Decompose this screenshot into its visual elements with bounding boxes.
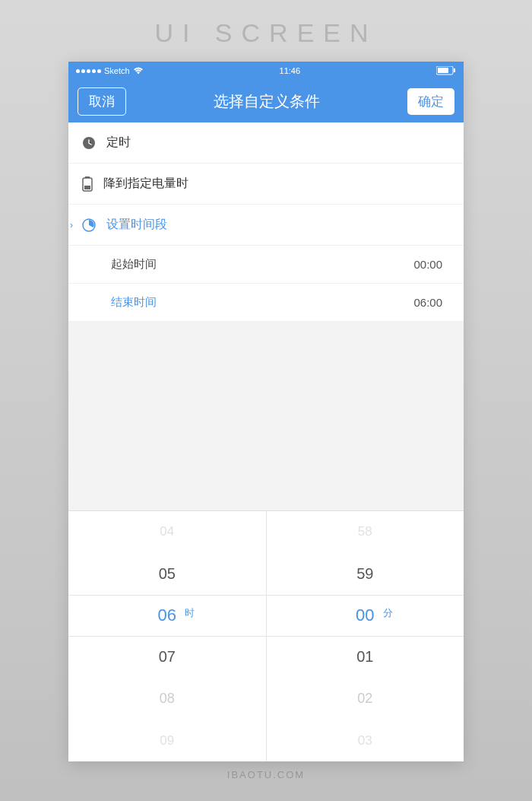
footer-label: IBAOTU.COM	[227, 761, 305, 780]
nav-title: 选择自定义条件	[214, 91, 320, 112]
phone-frame: Sketch 11:46 取消 选择自定义条件 确定 定时 降到指定电量时 › …	[68, 62, 464, 761]
svg-rect-2	[454, 68, 455, 72]
minute-unit: 分	[383, 606, 393, 620]
battery-icon	[436, 66, 456, 75]
time-period-icon	[82, 218, 96, 232]
option-label: 设置时间段	[106, 217, 167, 233]
time-picker[interactable]: 04 05 06 时 07 08 09 58 59 00 分 01 02 03	[68, 510, 464, 761]
page-header: UI SCREEN	[154, 0, 377, 62]
signal-dots-icon	[76, 69, 101, 73]
picker-item[interactable]: 04	[68, 511, 266, 553]
start-time-row[interactable]: 起始时间 00:00	[68, 246, 464, 284]
clock-label: 11:46	[280, 66, 301, 75]
battery-level-icon	[82, 176, 93, 192]
option-label: 降到指定电量时	[103, 176, 188, 192]
clock-icon	[82, 136, 96, 150]
picker-item-selected[interactable]: 00 分	[267, 595, 464, 637]
option-label: 定时	[106, 135, 131, 151]
end-time-label: 结束时间	[111, 295, 157, 310]
svg-rect-6	[84, 186, 90, 189]
status-bar: Sketch 11:46	[68, 62, 464, 80]
end-time-value: 06:00	[413, 296, 442, 309]
wifi-icon	[133, 67, 144, 75]
end-time-row[interactable]: 结束时间 06:00	[68, 284, 464, 322]
picker-item[interactable]: 09	[68, 720, 266, 761]
picker-item-selected[interactable]: 06 时	[68, 595, 266, 637]
chevron-right-icon: ›	[70, 220, 73, 230]
option-time-period[interactable]: › 设置时间段	[68, 205, 464, 246]
hour-column[interactable]: 04 05 06 时 07 08 09	[68, 511, 266, 761]
cancel-button[interactable]: 取消	[78, 87, 126, 116]
picker-item[interactable]: 02	[267, 678, 464, 720]
picker-item[interactable]: 58	[267, 511, 464, 553]
start-time-value: 00:00	[413, 258, 442, 271]
options-list: 定时 降到指定电量时 › 设置时间段 起始时间 00:00 结束时间 06:00	[68, 122, 464, 322]
option-battery[interactable]: 降到指定电量时	[68, 164, 464, 205]
confirm-button[interactable]: 确定	[407, 88, 454, 115]
content-spacer	[68, 322, 464, 510]
picker-item[interactable]: 59	[267, 553, 464, 595]
picker-item[interactable]: 03	[267, 720, 464, 761]
picker-item[interactable]: 08	[68, 678, 266, 720]
nav-bar: 取消 选择自定义条件 确定	[68, 80, 464, 122]
option-timer[interactable]: 定时	[68, 122, 464, 164]
svg-rect-1	[438, 68, 448, 73]
minute-column[interactable]: 58 59 00 分 01 02 03	[266, 511, 464, 761]
carrier-label: Sketch	[104, 66, 130, 75]
start-time-label: 起始时间	[111, 257, 157, 272]
picker-item[interactable]: 07	[68, 637, 266, 679]
picker-item[interactable]: 05	[68, 553, 266, 595]
hour-unit: 时	[185, 606, 195, 620]
picker-item[interactable]: 01	[267, 637, 464, 679]
